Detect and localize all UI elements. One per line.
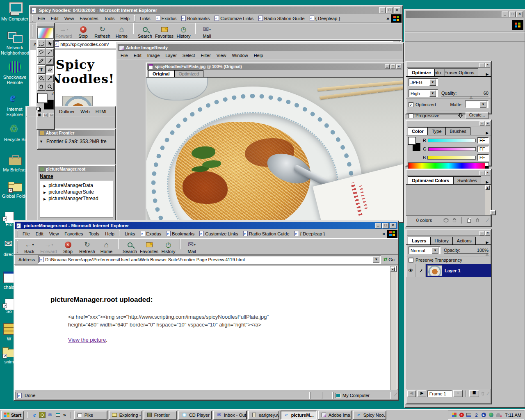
vertical-scrollbar[interactable]: ▲ ▼	[390, 266, 397, 390]
quicklaunch-desktop-icon[interactable]	[55, 412, 61, 418]
matte-dropdown[interactable]: ▼	[465, 100, 488, 108]
close-button[interactable]: ×	[396, 64, 401, 69]
forward-button[interactable]: →▾Forward	[54, 23, 73, 39]
menu-file[interactable]: File	[35, 15, 48, 22]
eraser-tool[interactable]	[46, 65, 54, 74]
tab-color[interactable]: Color	[408, 127, 428, 135]
disclosure-triangle-icon[interactable]: ▼	[39, 139, 43, 144]
palette-menu-icon[interactable]: ▶	[484, 72, 490, 76]
link-exodus[interactable]: Exodus	[153, 16, 179, 21]
minimize-button[interactable]: -	[479, 63, 484, 67]
close-button[interactable]: ×	[516, 11, 523, 17]
outline-name-header[interactable]: Name	[40, 173, 113, 179]
tab-optimize[interactable]: Optimize	[408, 68, 435, 76]
tray-error-icon[interactable]: ×	[458, 412, 465, 418]
tab-layers[interactable]: Layers	[408, 237, 430, 244]
blend-mode-dropdown[interactable]: Normal▼	[409, 247, 441, 254]
task-earlgrey[interactable]: earlgrey.w...	[248, 411, 279, 420]
task-inbox[interactable]: ✉Inbox - Out...	[213, 411, 247, 420]
resize-grip-icon[interactable]: ⟋	[486, 217, 489, 223]
menu-file[interactable]: File	[118, 52, 131, 59]
taskbar-grip[interactable]	[27, 412, 28, 418]
scroll-up-icon[interactable]: ▲	[485, 185, 490, 190]
start-button[interactable]: Start	[1, 411, 24, 420]
rebar-grip[interactable]	[134, 15, 135, 22]
tray-scheduler-icon[interactable]	[451, 412, 457, 418]
g-slider[interactable]	[428, 147, 476, 151]
close-button[interactable]: ×	[394, 7, 400, 13]
minimize-button[interactable]: _	[379, 7, 386, 13]
new-swatch-icon[interactable]	[466, 217, 472, 223]
search-button[interactable]: Search	[135, 23, 155, 39]
outline-titlebar[interactable]: pictureManager.root	[39, 166, 114, 172]
black-swatch[interactable]	[485, 166, 488, 169]
minimize-button[interactable]: _	[385, 64, 390, 69]
task-spicy-noodles[interactable]: eSpicy Noo...	[353, 411, 386, 420]
task-exploring[interactable]: Exploring - ...	[109, 411, 142, 420]
chevron-more-icon[interactable]: »	[382, 231, 385, 237]
screen-mode-button[interactable]: □	[43, 113, 48, 117]
menu-image[interactable]: Image	[144, 52, 163, 59]
pencil-tool[interactable]	[37, 57, 46, 65]
rebar-grip[interactable]	[32, 15, 33, 22]
scrollbar-thumb[interactable]	[395, 266, 397, 272]
rebar-grip[interactable]	[17, 231, 18, 237]
resize-grip-icon[interactable]: ⟋	[392, 392, 397, 399]
minimize-button[interactable]: _	[375, 223, 381, 228]
b-value-field[interactable]: FF	[477, 154, 489, 161]
taskbar-grip[interactable]	[70, 412, 71, 418]
desktop-icon-my-computer[interactable]: My Computer	[1, 2, 29, 22]
outline-row[interactable]: ▶pictureManagerData	[41, 182, 112, 189]
slider-thumb-icon[interactable]: △	[486, 252, 488, 256]
default-colors-icon[interactable]	[37, 107, 40, 110]
screen-mode-button[interactable]: □	[49, 113, 54, 117]
link-bookmarks[interactable]: Bookmarks	[164, 231, 197, 236]
quality-slider[interactable]: Quality: 60 △	[441, 91, 488, 96]
quicklaunch-ie-icon[interactable]: e	[31, 412, 38, 418]
marquee-tool[interactable]	[37, 39, 46, 48]
outline-row[interactable]: ▶pictureManagerSuite	[41, 189, 112, 195]
menu-file[interactable]: File	[20, 231, 33, 237]
link-radio-station-guide[interactable]: Radio Station Guide	[241, 231, 292, 236]
address-field[interactable]: D:\Nirvana Server\apps\Preferences\UserL…	[38, 256, 381, 264]
desktop-icon-recycle-bin[interactable]: Recycle Bi	[1, 123, 29, 142]
favorites-button[interactable]: Favorites	[155, 23, 174, 39]
palette-scrollbar[interactable]: ▲ ▼	[485, 185, 491, 215]
move-tool[interactable]	[46, 39, 54, 48]
menu-select[interactable]: Select	[180, 52, 198, 59]
tab-history[interactable]: History	[430, 237, 452, 244]
close-button[interactable]: ×	[485, 63, 490, 67]
layer-edit-brush-icon[interactable]	[416, 264, 426, 277]
palette-titlebar[interactable]: -×	[407, 231, 490, 236]
link-deepleap[interactable]: { Deepleap }	[292, 231, 328, 236]
desktop-icon-internet-explorer[interactable]: Internet Explorer	[1, 93, 29, 117]
link-exodus[interactable]: Exodus	[138, 231, 164, 236]
tab-type[interactable]: Type	[428, 127, 446, 135]
next-frame-button[interactable]: |▶	[417, 390, 426, 397]
clock[interactable]: 7:11 AM	[502, 413, 521, 418]
favorites-button[interactable]: Favorites	[139, 239, 159, 254]
expand-triangle-icon[interactable]: ▶	[43, 197, 46, 201]
menu-edit[interactable]: Edit	[33, 231, 46, 237]
menu-favorites[interactable]: Favorites	[62, 231, 86, 237]
go-button[interactable]: ⇄Go	[381, 257, 397, 262]
menu-window[interactable]: Window	[229, 52, 251, 59]
document-titlebar[interactable]: spicyNoodlesFullPlate.jpg @ 100% (Origin…	[147, 64, 402, 70]
mail-button[interactable]: ✉▾Mail	[182, 239, 201, 254]
history-button[interactable]: ◷History	[159, 239, 178, 254]
task-adobe-imageready[interactable]: Adobe Ima...	[318, 411, 352, 420]
cube-icon[interactable]	[443, 217, 449, 223]
history-button[interactable]: ◷History	[174, 23, 193, 39]
frontier-menu-html[interactable]: HTML	[93, 108, 111, 115]
create-droplet-button[interactable]: Create...	[466, 112, 488, 119]
minimize-button[interactable]: _	[502, 11, 508, 17]
tray-player-icon[interactable]: ▶	[480, 412, 487, 418]
menu-help[interactable]: Help	[102, 231, 117, 237]
new-frame-button[interactable]: ▣	[469, 390, 479, 397]
screen-mode-button[interactable]: ▣	[37, 113, 42, 117]
imageready-titlebar[interactable]: Adobe ImageReady	[118, 44, 402, 51]
type-tool[interactable]: T	[37, 65, 46, 74]
tab-actions[interactable]: Actions	[453, 237, 476, 244]
layer-visibility-eye-icon[interactable]: 👁	[406, 264, 416, 277]
spicy-titlebar[interactable]: Spicy Noodles: 04/30/2000 - Microsoft In…	[30, 7, 402, 14]
